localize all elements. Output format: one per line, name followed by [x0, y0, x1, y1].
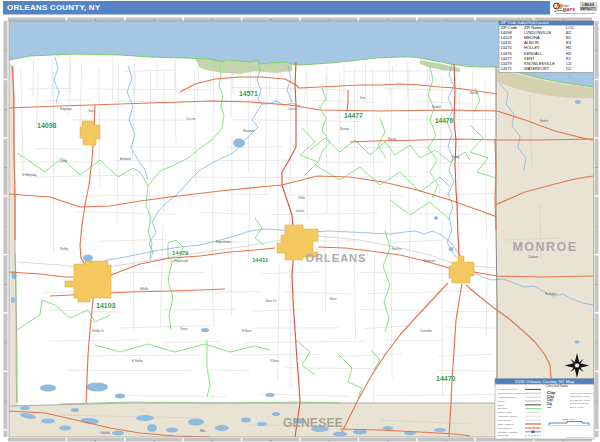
svg-text:Road: Road — [498, 404, 504, 406]
svg-text:Clarkson: Clarkson — [528, 255, 539, 259]
svg-text:Kendall: Kendall — [432, 105, 441, 109]
svg-text:Cty Line: Cty Line — [186, 117, 196, 121]
svg-text:C: C — [153, 439, 155, 442]
svg-text:Millville: Millville — [140, 287, 149, 291]
svg-text:Hulberton: Hulberton — [424, 259, 436, 263]
svg-text:City: City — [547, 402, 553, 406]
svg-text:WATERPORT: WATERPORT — [524, 66, 550, 71]
svg-text:Ridgeway: Ridgeway — [60, 107, 72, 111]
svg-text:Knowlesville: Knowlesville — [174, 259, 189, 263]
svg-text:Copyright 2016 MarketMAPS: Copyright 2016 MarketMAPS — [566, 436, 593, 438]
svg-text:14571: 14571 — [239, 90, 258, 97]
svg-text:E Shelby: E Shelby — [132, 359, 143, 363]
svg-text:Hamlin: Hamlin — [540, 119, 549, 123]
svg-text:W Ridgeway: W Ridgeway — [22, 173, 37, 177]
svg-text:Interstate State and Territory: Interstate State and Territory — [498, 392, 528, 394]
svg-text:Abandoned Roads: Abandoned Roads — [498, 415, 518, 417]
svg-text:W Barre: W Barre — [242, 329, 252, 333]
svg-text:Waterport: Waterport — [243, 129, 255, 133]
svg-text:ORLEANS COUNTY, NY: ORLEANS COUNTY, NY — [7, 3, 101, 12]
svg-text:Elba: Elba — [200, 429, 206, 433]
svg-text:14103: 14103 — [96, 302, 116, 309]
svg-text:Yates: Yates — [88, 109, 95, 113]
svg-text:Sandy: Sandy — [452, 155, 460, 159]
svg-text:Oakfield: Oakfield — [100, 431, 110, 435]
svg-text:Clarendon: Clarendon — [420, 329, 433, 333]
svg-text:At State Boundary: At State Boundary — [498, 396, 517, 398]
svg-text:Approx. Miles: Approx. Miles — [561, 418, 576, 420]
svg-text:Brockport: Brockport — [545, 292, 556, 296]
svg-text:Jeddo: Jeddo — [60, 159, 68, 163]
svg-text:City: City — [547, 398, 553, 402]
svg-text:1-888-434: 1-888-434 — [582, 3, 594, 7]
svg-text:GENESEE: GENESEE — [283, 416, 343, 430]
svg-text:14479: 14479 — [172, 250, 189, 256]
svg-text:America's Leading Source for B: America's Leading Source for Business Ma… — [555, 12, 595, 14]
svg-text:14571: 14571 — [501, 66, 513, 71]
svg-text:14098: 14098 — [37, 122, 57, 129]
svg-text:County: County — [498, 400, 506, 402]
svg-text:14477: 14477 — [344, 112, 363, 119]
svg-text:Morton: Morton — [470, 91, 479, 95]
svg-text:Carlton: Carlton — [288, 107, 297, 111]
svg-text:2016 Orleans County, NY Map: 2016 Orleans County, NY Map — [515, 379, 575, 384]
svg-text:City: City — [547, 406, 552, 408]
svg-text:G: G — [387, 439, 389, 442]
svg-text:Interstate Boundary: Interstate Boundary — [498, 388, 519, 390]
svg-text:Childs: Childs — [298, 196, 306, 200]
svg-text:D: D — [212, 439, 214, 442]
svg-text:Shelby Ctr: Shelby Ctr — [92, 329, 104, 333]
svg-text:Barre: Barre — [330, 297, 337, 301]
svg-text:Norway: Norway — [340, 127, 349, 131]
svg-text:ZIP Code: ZIP Code — [498, 407, 508, 409]
svg-text:ORLEANS: ORLEANS — [306, 252, 367, 264]
svg-text:Tanner: Tanner — [180, 327, 188, 331]
svg-text:Toll Roads: Toll Roads — [498, 434, 510, 436]
svg-text:Postal Roads: Postal Roads — [498, 411, 513, 413]
svg-text:Barre Ctr: Barre Ctr — [266, 299, 277, 303]
svg-text:14411: 14411 — [252, 257, 269, 263]
svg-text:State Highways: State Highways — [498, 423, 515, 425]
svg-text:H: H — [445, 439, 447, 442]
svg-text:Fancher: Fancher — [392, 247, 402, 251]
svg-text:Kent: Kent — [360, 96, 366, 100]
svg-text:Interstate Highways: Interstate Highways — [498, 431, 519, 433]
svg-text:D2: D2 — [566, 66, 572, 71]
svg-text:MONROE: MONROE — [512, 240, 577, 254]
svg-text:Cities and Towns: Cities and Towns — [546, 384, 569, 388]
svg-text:14476: 14476 — [435, 117, 453, 124]
svg-text:MAPS(6277): MAPS(6277) — [581, 7, 596, 11]
svg-text:14470: 14470 — [436, 375, 456, 382]
svg-text:Murray: Murray — [388, 137, 397, 141]
svg-text:US Highways: US Highways — [498, 427, 513, 429]
svg-text:Minor Roads: Minor Roads — [498, 419, 512, 421]
svg-text:Eagle Harbor: Eagle Harbor — [216, 240, 231, 244]
svg-text:Gaines: Gaines — [296, 209, 305, 213]
svg-text:S Barre: S Barre — [270, 359, 279, 363]
svg-text:Ashwood: Ashwood — [120, 157, 131, 161]
svg-text:Shelby: Shelby — [60, 247, 69, 251]
